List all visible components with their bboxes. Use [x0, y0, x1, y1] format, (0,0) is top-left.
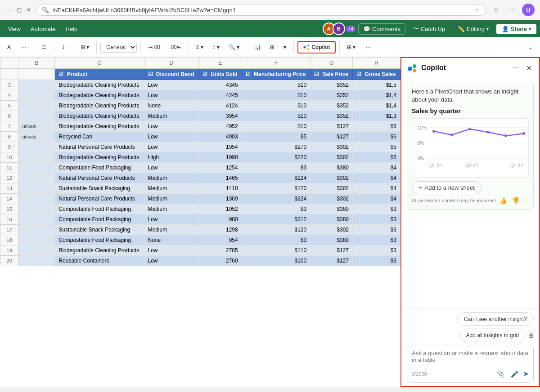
table-cell[interactable]: $1,5	[352, 80, 400, 90]
all-insights-chip[interactable]: Add all insights to grid	[459, 329, 526, 342]
col-grosssales-header[interactable]: ☑ Gross Sales	[352, 69, 400, 80]
table-cell[interactable]: 4952	[198, 121, 242, 132]
table-cell[interactable]: 4345	[198, 80, 242, 90]
table-cell[interactable]: Medium	[144, 204, 198, 214]
table-cell[interactable]: 1369	[198, 194, 242, 204]
table-cell[interactable]: 1052	[198, 204, 242, 214]
table-row[interactable]: 18Compostable Food PackagingNone954$3$38…	[0, 235, 400, 245]
table-cell[interactable]: Biodegradable Cleaning Products	[55, 90, 144, 101]
pivot-button[interactable]: ⊞	[266, 42, 278, 52]
table-cell[interactable]: $302	[310, 173, 353, 183]
table-cell[interactable]: $5	[352, 142, 400, 152]
table-row[interactable]: 10Biodegradable Cleaning ProductsHigh199…	[0, 152, 400, 163]
table-cell[interactable]: $352	[310, 90, 353, 101]
table-cell[interactable]: 1465	[198, 173, 242, 183]
copilot-ribbon-button[interactable]: Copilot	[297, 41, 335, 53]
table-cell[interactable]: $302	[310, 142, 353, 152]
table-row[interactable]: 14Natural Personal Care ProductsMedium13…	[0, 194, 400, 204]
table-cell[interactable]: 3954	[198, 111, 242, 121]
table-row[interactable]: 9Natural Personal Care ProductsLow1954$2…	[0, 142, 400, 152]
format-dropdown[interactable]: General	[100, 42, 137, 53]
table-cell[interactable]: $380	[310, 214, 353, 225]
ribbon-overflow-button[interactable]: ⋯	[362, 42, 374, 52]
table-cell[interactable]: $10	[242, 80, 310, 90]
add-to-new-sheet-button[interactable]: + Add to a new sheet	[412, 181, 482, 194]
table-cell[interactable]: Natural Personal Care Products	[55, 194, 144, 204]
browser-more-icon[interactable]: ⋯	[506, 4, 518, 16]
menu-item-help[interactable]: Help	[61, 23, 82, 35]
table-row[interactable]: 7uticalsBiodegradable Cleaning ProductsL…	[0, 121, 400, 132]
mic-button[interactable]: 🎤	[509, 370, 520, 379]
discountband-checkbox[interactable]: ☑	[148, 71, 153, 77]
table-cell[interactable]: $110	[242, 245, 310, 256]
table-cell[interactable]: $302	[310, 183, 353, 194]
close-button[interactable]: ✕	[25, 6, 32, 13]
table-cell[interactable]: Medium	[144, 111, 198, 121]
bookmark-icon[interactable]: ☆	[474, 6, 480, 13]
table-cell[interactable]: $10	[242, 101, 310, 111]
table-cell[interactable]: Reusable Containers	[55, 256, 144, 266]
table-cell[interactable]: 954	[198, 235, 242, 245]
table-cell[interactable]: $3	[352, 204, 400, 214]
table-cell[interactable]: Biodegradable Cleaning Products	[55, 101, 144, 111]
table-cell[interactable]: Low	[144, 132, 198, 142]
table-cell[interactable]: 1410	[198, 183, 242, 194]
table-cell[interactable]: Sustainable Snack Packaging	[55, 183, 144, 194]
saleprice-checkbox[interactable]: ☑	[314, 71, 319, 77]
table-cell[interactable]: Natural Personal Care Products	[55, 173, 144, 183]
table-cell[interactable]: $3	[352, 225, 400, 235]
table-cell[interactable]: $352	[310, 101, 353, 111]
table-cell[interactable]: Medium	[144, 173, 198, 183]
wrap-text-button[interactable]: ⤸	[58, 42, 69, 52]
table-cell[interactable]: Compostable Food Packaging	[55, 163, 144, 173]
table-cell[interactable]: $6	[352, 152, 400, 163]
chart-button[interactable]: 📊	[251, 42, 265, 52]
table-cell[interactable]: $302	[310, 152, 353, 163]
table-cell[interactable]: $1,4	[352, 101, 400, 111]
table-cell[interactable]: Medium	[144, 225, 198, 235]
table-cell[interactable]: Compostable Food Packaging	[55, 204, 144, 214]
maximize-button[interactable]: ▢	[15, 6, 22, 13]
mfgprice-checkbox[interactable]: ☑	[246, 71, 251, 77]
table-cell[interactable]: $3	[242, 204, 310, 214]
table-cell[interactable]: Low	[144, 245, 198, 256]
table-cell[interactable]: $224	[242, 173, 310, 183]
table-cell[interactable]: $10	[242, 90, 310, 101]
table-row[interactable]: 15Compostable Food PackagingMedium1052$3…	[0, 204, 400, 214]
ribbon-expand-button[interactable]: ⌄	[525, 42, 536, 52]
table-cell[interactable]: Natural Personal Care Products	[55, 142, 144, 152]
table-cell[interactable]: Recycled Can	[55, 132, 144, 142]
table-cell[interactable]: High	[144, 152, 198, 163]
table-row[interactable]: 16Compostable Food PackagingLow980$312$3…	[0, 214, 400, 225]
table-cell[interactable]: Biodegradable Cleaning Products	[55, 80, 144, 90]
table-cell[interactable]: Biodegradable Cleaning Products	[55, 152, 144, 163]
col-discountband-header[interactable]: ☑ Discount Band	[144, 69, 198, 80]
table-cell[interactable]: $224	[242, 194, 310, 204]
font-more-button[interactable]: ⋯	[18, 42, 30, 52]
table-cell[interactable]: Biodegradable Cleaning Products	[55, 121, 144, 132]
table-cell[interactable]: Low	[144, 121, 198, 132]
table-row[interactable]: 4Biodegradable Cleaning ProductsLow4245$…	[0, 90, 400, 101]
table-cell[interactable]: 1954	[198, 142, 242, 152]
table-row[interactable]: 12Natural Personal Care ProductsMedium14…	[0, 173, 400, 183]
catchup-button[interactable]: 〜 Catch Up	[408, 22, 450, 35]
table-cell[interactable]: $380	[310, 163, 353, 173]
comments-button[interactable]: 💬 Comments	[358, 23, 405, 35]
table-cell[interactable]: $220	[242, 152, 310, 163]
table-cell[interactable]: 4124	[198, 101, 242, 111]
table-cell[interactable]: $4	[352, 183, 400, 194]
menu-item-view[interactable]: View	[4, 23, 25, 35]
table-cell[interactable]: $380	[310, 235, 353, 245]
merge-button[interactable]: ⊞ ▾	[77, 42, 93, 52]
table-scroll[interactable]: B C D E F G H ☑	[0, 57, 400, 377]
table-row[interactable]: 19Biodegradable Cleaning ProductsLow2785…	[0, 245, 400, 256]
table-cell[interactable]: Low	[144, 214, 198, 225]
table-row[interactable]: 11Compostable Food PackagingLow1254$3$38…	[0, 163, 400, 173]
table-cell[interactable]: $380	[310, 204, 353, 214]
table-cell[interactable]: $1,4	[352, 90, 400, 101]
table-cell[interactable]: None	[144, 235, 198, 245]
col-mfgprice-header[interactable]: ☑ Manufacturing Price	[242, 69, 310, 80]
another-insight-chip[interactable]: Can I see another insight?	[457, 312, 534, 326]
table-cell[interactable]: Medium	[144, 183, 198, 194]
table-cell[interactable]: $6	[352, 132, 400, 142]
